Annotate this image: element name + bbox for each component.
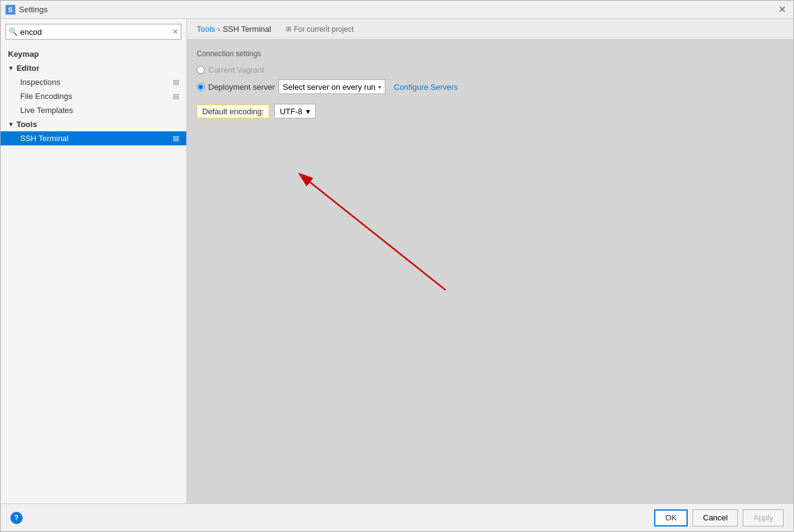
editor-label: Editor <box>16 64 40 73</box>
sidebar-item-live-templates[interactable]: Live Templates <box>1 103 186 117</box>
tools-arrow: ▼ <box>8 121 14 128</box>
search-clear-button[interactable]: ✕ <box>172 27 178 36</box>
configure-servers-link[interactable]: Configure Servers <box>394 82 458 92</box>
radio-vagrant[interactable] <box>197 66 205 74</box>
ssh-terminal-label: SSH Terminal <box>20 134 68 143</box>
content-area: Tools › SSH Terminal ⊞ For current proje… <box>187 19 793 503</box>
section-title: Connection settings <box>197 49 784 58</box>
app-icon: S <box>5 5 15 15</box>
encoding-label: Default encoding: <box>197 104 269 118</box>
content-header: Tools › SSH Terminal ⊞ For current proje… <box>187 19 793 40</box>
search-box: 🔍 ✕ <box>5 24 181 40</box>
cancel-button[interactable]: Cancel <box>693 509 738 527</box>
keymap-label: Keymap <box>8 49 39 59</box>
server-dropdown-arrow: ▾ <box>378 84 381 90</box>
encoding-value: UTF-8 <box>280 107 302 116</box>
footer-right: OK Cancel Apply <box>654 509 784 527</box>
editor-arrow: ▼ <box>8 65 14 71</box>
apply-button[interactable]: Apply <box>743 509 784 527</box>
inspections-icon: ▤ <box>173 78 179 86</box>
file-encodings-label: File Encodings <box>20 92 72 101</box>
main-content: 🔍 ✕ Keymap ▼ Editor Inspections ▤ <box>1 19 793 503</box>
ssh-terminal-icon: ▤ <box>173 134 179 142</box>
connection-settings-group: Current Vagrant Deployment server Select… <box>197 65 784 94</box>
footer: ? OK Cancel Apply <box>1 503 793 531</box>
for-project-label: For current project <box>294 25 354 34</box>
sidebar-item-editor[interactable]: ▼ Editor <box>1 61 186 75</box>
radio-row-vagrant: Current Vagrant <box>197 65 784 75</box>
server-dropdown-value: Select server on every run <box>283 82 376 92</box>
file-encodings-icon: ▤ <box>173 92 179 100</box>
inspections-label: Inspections <box>20 78 60 87</box>
for-project-link[interactable]: ⊞ For current project <box>286 25 354 34</box>
radio-deployment[interactable] <box>197 83 205 91</box>
close-button[interactable]: ✕ <box>776 5 789 15</box>
help-button[interactable]: ? <box>10 512 23 524</box>
radio-deployment-label: Deployment server <box>208 82 275 92</box>
content-body: Connection settings Current Vagrant Depl… <box>187 40 793 503</box>
server-dropdown[interactable]: Select server on every run ▾ <box>279 79 385 94</box>
sidebar-tree: Keymap ▼ Editor Inspections ▤ File Encod… <box>1 45 186 503</box>
encoding-dropdown-arrow: ▾ <box>306 107 310 116</box>
search-input[interactable] <box>20 27 172 37</box>
tools-label: Tools <box>16 120 37 129</box>
sidebar-item-keymap[interactable]: Keymap <box>1 47 186 61</box>
window-title: Settings <box>19 5 776 14</box>
sidebar-item-inspections[interactable]: Inspections ▤ <box>1 75 186 89</box>
ok-button[interactable]: OK <box>654 509 688 527</box>
breadcrumb-ssh-terminal: SSH Terminal <box>223 24 271 34</box>
sidebar-item-file-encodings[interactable]: File Encodings ▤ <box>1 89 186 103</box>
titlebar: S Settings ✕ <box>1 1 793 19</box>
sidebar-item-ssh-terminal[interactable]: SSH Terminal ▤ <box>1 131 186 145</box>
radio-vagrant-label: Current Vagrant <box>208 65 264 75</box>
radio-row-deployment: Deployment server Select server on every… <box>197 79 784 94</box>
live-templates-label: Live Templates <box>20 106 73 115</box>
breadcrumb-tools[interactable]: Tools <box>197 24 215 34</box>
encoding-row: Default encoding: UTF-8 ▾ <box>197 104 784 118</box>
for-project-icon: ⊞ <box>286 25 291 33</box>
settings-window: S Settings ✕ 🔍 ✕ Keymap ▼ Editor <box>0 0 794 532</box>
breadcrumb: Tools › SSH Terminal <box>197 24 271 34</box>
footer-left: ? <box>10 512 23 524</box>
svg-line-1 <box>310 182 446 290</box>
encoding-dropdown[interactable]: UTF-8 ▾ <box>274 104 316 118</box>
sidebar-item-tools[interactable]: ▼ Tools <box>1 117 186 131</box>
breadcrumb-separator: › <box>217 24 220 34</box>
sidebar: 🔍 ✕ Keymap ▼ Editor Inspections ▤ <box>1 19 187 503</box>
search-icon: 🔍 <box>9 27 18 36</box>
